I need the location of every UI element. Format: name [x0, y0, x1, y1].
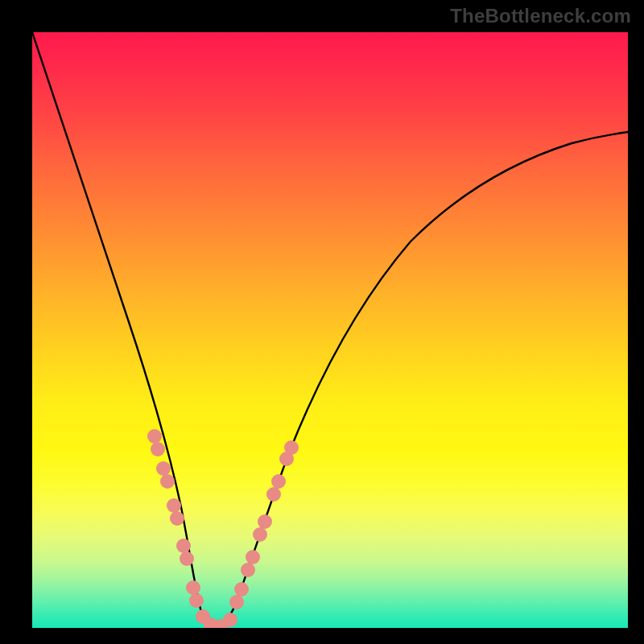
curve-layer	[32, 32, 628, 628]
svg-point-2	[156, 461, 171, 476]
bottleneck-curve	[32, 32, 628, 626]
marker-cluster-right	[229, 440, 299, 609]
svg-point-19	[258, 514, 272, 529]
svg-point-20	[266, 487, 281, 502]
svg-point-15	[234, 582, 249, 597]
svg-point-4	[167, 498, 181, 513]
chart-stage: TheBottleneck.com	[0, 0, 644, 644]
svg-point-7	[180, 551, 194, 566]
svg-point-1	[151, 442, 165, 456]
svg-point-18	[253, 527, 267, 542]
svg-point-8	[186, 580, 200, 595]
marker-cluster-left	[147, 429, 204, 608]
svg-point-14	[229, 595, 244, 609]
svg-point-16	[241, 563, 255, 577]
svg-point-6	[176, 539, 191, 553]
watermark-text: TheBottleneck.com	[450, 5, 631, 27]
svg-point-17	[246, 550, 260, 564]
svg-point-23	[284, 440, 299, 455]
svg-point-9	[189, 593, 204, 608]
svg-point-3	[160, 474, 175, 489]
svg-point-0	[147, 429, 162, 444]
svg-point-5	[170, 511, 184, 526]
svg-point-21	[271, 474, 286, 489]
svg-point-13	[223, 613, 237, 627]
plot-area	[32, 32, 628, 628]
